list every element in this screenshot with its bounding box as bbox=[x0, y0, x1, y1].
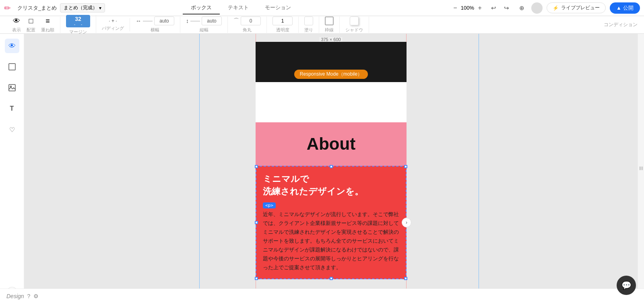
handle-bottom-right[interactable] bbox=[404, 277, 407, 280]
guide-line-blue2 bbox=[479, 34, 479, 303]
fill-swatch[interactable] bbox=[304, 16, 313, 25]
height-dash: —— bbox=[190, 18, 200, 24]
padding-label: パディング bbox=[102, 25, 124, 31]
help-icon[interactable]: ? bbox=[27, 293, 31, 299]
left-sidebar: 👁 T ♡ › bbox=[0, 34, 24, 303]
tab-motion[interactable]: モーション bbox=[257, 2, 299, 14]
padding-prop: · + · パディング bbox=[102, 18, 124, 31]
page-header-black bbox=[256, 42, 407, 66]
stack-label: 重ね順 bbox=[41, 27, 54, 33]
sidebar-item-box[interactable] bbox=[5, 60, 19, 74]
undo-redo-group: ↩ ↪ bbox=[488, 2, 512, 14]
expand-right-button[interactable]: › bbox=[402, 218, 411, 227]
width-input[interactable] bbox=[154, 16, 174, 25]
sidebar-item-image[interactable] bbox=[5, 80, 19, 95]
opacity-label: 透明度 bbox=[276, 27, 289, 33]
stack-icon[interactable]: ≡ bbox=[45, 17, 50, 25]
zoom-out-button[interactable]: − bbox=[451, 4, 459, 12]
shadow-label: シャドウ bbox=[345, 27, 363, 33]
tab-box[interactable]: ボックス bbox=[183, 2, 220, 14]
height-row: ↕ —— bbox=[186, 16, 222, 25]
height-label: 縦幅 bbox=[200, 27, 208, 33]
red-section-title: ミニマルで 洗練されたデザインを。 bbox=[263, 173, 399, 198]
right-sidebar: ≡ bbox=[638, 34, 644, 303]
toolbar-right: − 100% + ↩ ↪ ⊕ ⚡ ライブプレビュー ▲ 公開 bbox=[451, 2, 640, 14]
project-dropdown[interactable]: まとめ（完成） ▾ bbox=[60, 3, 105, 12]
add-button[interactable]: ⊕ bbox=[516, 2, 527, 14]
top-toolbar: ✏ クリスタ_まとめ まとめ（完成） ▾ ボックス テキスト モーション − 1… bbox=[0, 0, 644, 16]
corner-label: 角丸 bbox=[243, 27, 252, 33]
live-preview-button[interactable]: ⚡ ライブプレビュー bbox=[547, 2, 606, 13]
page-container: Responsive Mode（mobile） About ミニマルで 洗練され… bbox=[256, 42, 407, 279]
project-name: まとめ（完成） bbox=[64, 4, 97, 11]
chat-button[interactable]: 💬 bbox=[617, 276, 636, 295]
width-section: ↔ —— 横幅 bbox=[130, 16, 180, 33]
corner-input[interactable] bbox=[241, 16, 261, 25]
handle-top-mid[interactable] bbox=[330, 165, 333, 168]
corner-row: ⌒ bbox=[233, 16, 261, 25]
align-icon[interactable]: □ bbox=[29, 17, 33, 25]
tab-text[interactable]: テキスト bbox=[220, 2, 257, 14]
handle-top-right[interactable] bbox=[404, 165, 407, 168]
handle-top-left[interactable] bbox=[255, 165, 258, 168]
fill-prop: 塗り bbox=[304, 16, 313, 33]
height-section: ↕ —— 縦幅 bbox=[180, 16, 228, 33]
display-prop: 👁 表示 bbox=[12, 17, 21, 33]
zoom-control: − 100% + bbox=[451, 4, 484, 12]
width-prop: ↔ —— 横幅 bbox=[136, 16, 174, 33]
handle-bottom-left[interactable] bbox=[255, 277, 258, 280]
settings-icon[interactable]: ⚙ bbox=[33, 293, 39, 299]
white-section bbox=[256, 82, 407, 122]
zoom-in-button[interactable]: + bbox=[476, 4, 484, 12]
shadow-prop: シャドウ bbox=[345, 16, 363, 33]
display-section: 👁 表示 □ 配置 ≡ 重ね順 bbox=[6, 17, 60, 33]
svg-rect-0 bbox=[9, 64, 15, 70]
padding-section: · + · パディング bbox=[96, 18, 130, 31]
undo-button[interactable]: ↩ bbox=[488, 2, 499, 14]
shadow-section: シャドウ bbox=[340, 16, 369, 33]
red-content-section[interactable]: ミニマルで 洗練されたデザインを。 <p> 近年、ミニマルなデザインが流行してい… bbox=[256, 166, 407, 279]
width-label: 横幅 bbox=[151, 27, 159, 33]
canvas-area: 375 × 600 Responsive Mode（mobile） About … bbox=[24, 34, 638, 303]
border-section: 枠線 bbox=[319, 16, 340, 33]
redo-button[interactable]: ↪ bbox=[501, 2, 512, 14]
sidebar-item-text[interactable]: T bbox=[5, 101, 19, 116]
responsive-mode-badge[interactable]: Responsive Mode（mobile） bbox=[294, 70, 368, 79]
p-badge-label: <p> bbox=[263, 202, 276, 208]
margin-box[interactable]: 32 - - bbox=[66, 15, 90, 27]
border-prop: 枠線 bbox=[325, 16, 334, 33]
sidebar-item-heart[interactable]: ♡ bbox=[5, 122, 19, 137]
sidebar-item-eye[interactable]: 👁 bbox=[5, 39, 19, 53]
margin-plus-icon: - bbox=[81, 22, 82, 27]
handle-mid-left[interactable] bbox=[255, 221, 258, 224]
publish-label: 公開 bbox=[623, 4, 634, 12]
padding-dot-icon: · + · bbox=[109, 18, 117, 24]
display-label: 表示 bbox=[12, 27, 21, 33]
margin-value: 32 bbox=[75, 16, 81, 22]
app-logo-icon: ✏ bbox=[4, 3, 11, 13]
right-sidebar-handle-icon[interactable]: ≡ bbox=[637, 166, 644, 171]
svg-rect-1 bbox=[9, 85, 15, 91]
corner-radius-icon: ⌒ bbox=[233, 17, 239, 25]
margin-section: 32 - - マージン bbox=[60, 15, 96, 35]
margin-prop: 32 - - マージン bbox=[66, 15, 90, 35]
app-title: クリスタ_まとめ bbox=[17, 4, 57, 12]
width-row: ↔ —— bbox=[136, 16, 174, 25]
width-dash: —— bbox=[143, 18, 153, 24]
width-arrow-icon: ↔ bbox=[136, 18, 141, 24]
responsive-row: Responsive Mode（mobile） bbox=[256, 66, 407, 82]
shadow-swatch[interactable] bbox=[350, 16, 359, 25]
eye-icon[interactable]: 👁 bbox=[13, 17, 20, 25]
handle-bottom-mid[interactable] bbox=[330, 277, 333, 280]
condition-label: コンディション bbox=[604, 22, 638, 27]
about-section: About bbox=[256, 122, 407, 166]
height-input[interactable] bbox=[202, 16, 222, 25]
opacity-input[interactable] bbox=[272, 16, 293, 25]
corner-section: ⌒ 角丸 bbox=[228, 16, 267, 33]
publish-button[interactable]: ▲ 公開 bbox=[610, 2, 640, 14]
border-swatch[interactable] bbox=[325, 16, 334, 25]
body-text: 近年、ミニマルなデザインが流行しています。そこで弊社では、クライアント企業様新規… bbox=[263, 210, 399, 272]
p-tag-badge[interactable]: <p> bbox=[263, 201, 399, 210]
live-preview-label: ライブプレビュー bbox=[561, 4, 600, 11]
bottom-logo: Design bbox=[6, 293, 24, 299]
